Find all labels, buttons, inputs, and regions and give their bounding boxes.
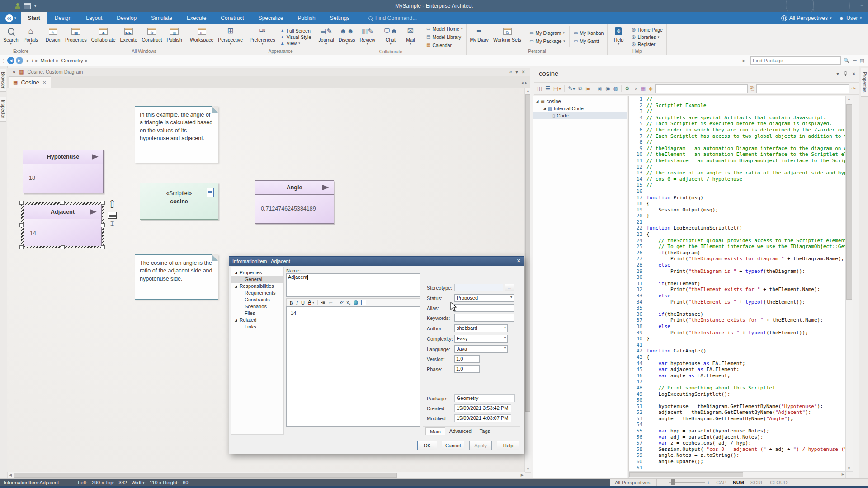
tab-construct[interactable]: Construct bbox=[213, 12, 251, 24]
quill-icon[interactable]: ✑ bbox=[850, 85, 857, 92]
design-window-button[interactable]: ✎ Design bbox=[43, 25, 63, 48]
user-menu[interactable]: ☻ User ▾ bbox=[839, 15, 862, 21]
chevrons-icon[interactable]: » bbox=[7, 69, 15, 75]
note-element-example[interactable]: In this example, the angle of a triangle… bbox=[135, 106, 218, 163]
keywords-input[interactable] bbox=[454, 314, 514, 322]
zoom-in-icon[interactable]: + bbox=[707, 480, 710, 485]
element-scriptlet-cosine[interactable]: «Scriptlet» cosine bbox=[140, 183, 218, 220]
find-command-box[interactable]: Find Command... bbox=[357, 12, 417, 24]
status-select[interactable]: Proposed bbox=[454, 294, 514, 302]
new-script-icon[interactable]: ▤▾ bbox=[552, 85, 562, 92]
preferences-button[interactable]: 🖳 Preferences ▾ bbox=[247, 25, 278, 48]
insert-element-icon[interactable]: ⌶ bbox=[110, 221, 114, 226]
mail-button[interactable]: ✉ Mail ▾ bbox=[401, 25, 420, 49]
note-element-cosine[interactable]: The cosine of an angle is the ratio of t… bbox=[135, 254, 218, 300]
register-button[interactable]: ⊛ Register bbox=[631, 41, 663, 47]
nav-files[interactable]: Files bbox=[231, 310, 283, 317]
tab-start[interactable]: Start bbox=[21, 12, 47, 24]
author-select[interactable]: shebbard bbox=[454, 324, 508, 332]
superscript-button[interactable]: x² bbox=[340, 300, 343, 305]
tab-advanced[interactable]: Advanced bbox=[445, 427, 476, 435]
workspace-button[interactable]: ⊞ Workspace bbox=[188, 25, 216, 48]
tab-properties[interactable]: Properties bbox=[861, 68, 868, 97]
script-search-input[interactable] bbox=[655, 84, 748, 93]
find-in-files-icon[interactable]: ◉ bbox=[604, 85, 611, 92]
close-icon[interactable]: ✕ bbox=[42, 80, 46, 85]
my-diagram-button[interactable]: ▭ My Diagram ▾ bbox=[529, 29, 565, 37]
step-icon[interactable]: ⇥ bbox=[632, 85, 638, 92]
canvas-horizontal-scrollbar[interactable]: ◀ ▶ bbox=[7, 472, 525, 479]
close-icon[interactable]: ✕ bbox=[852, 71, 856, 76]
scroll-tabs-right-icon[interactable]: ▸ bbox=[525, 80, 527, 85]
nav-general[interactable]: General bbox=[231, 276, 283, 283]
bullet-list-button[interactable]: •≡ bbox=[321, 300, 325, 305]
stereotype-browse-button[interactable]: ... bbox=[505, 284, 514, 291]
execute-window-button[interactable]: ▶▶ Execute bbox=[118, 25, 140, 48]
search-button[interactable]: Search ▾ bbox=[1, 25, 21, 48]
chat-button[interactable]: 🗩☻ Chat ▾ bbox=[381, 25, 401, 49]
zoom-slider[interactable]: − + bbox=[663, 480, 710, 485]
tab-publish[interactable]: Publish bbox=[290, 12, 322, 24]
quick-link-buttons[interactable]: ⇧ ⌶ bbox=[108, 199, 117, 226]
expand-triangle-icon[interactable]: ◢ bbox=[536, 99, 538, 103]
my-package-button[interactable]: ▭ My Package ▾ bbox=[529, 38, 565, 45]
alias-input[interactable] bbox=[454, 304, 514, 312]
tree-item-internal-code[interactable]: ◢ ▤ Internal Code bbox=[533, 105, 627, 112]
working-sets-button[interactable]: ⧉ Working Sets bbox=[491, 25, 524, 48]
copy-icon[interactable]: ⧉ bbox=[578, 85, 584, 92]
quicklink-arrow-icon[interactable]: ⇧ bbox=[108, 199, 117, 210]
grid-icon[interactable]: ▦ bbox=[640, 85, 646, 92]
numbered-list-button[interactable]: ≔ bbox=[328, 300, 333, 305]
search-icon[interactable]: 🔍 bbox=[844, 58, 850, 64]
pin-icon[interactable] bbox=[844, 71, 848, 76]
new-note-page-button[interactable] bbox=[361, 300, 366, 305]
window-layout-icon[interactable] bbox=[24, 3, 31, 9]
my-diary-button[interactable]: ✒ My Diary bbox=[467, 25, 491, 48]
expand-triangle-icon[interactable]: ◢ bbox=[543, 107, 546, 110]
list-view-icon[interactable]: ☰ bbox=[544, 85, 551, 92]
language-select[interactable]: Java bbox=[454, 345, 508, 353]
panel-options-icon[interactable]: ▤ bbox=[860, 58, 864, 64]
publish-window-button[interactable]: ▥ Publish bbox=[164, 25, 184, 48]
tab-cosine-diagram[interactable]: ▦ Cosine ✕ bbox=[9, 76, 51, 88]
element-angle[interactable]: Angle 0.7124746245384189 bbox=[255, 180, 334, 224]
notes-input[interactable]: 14 bbox=[286, 306, 420, 427]
libraries-button[interactable]: ⊛ Libraries ▾ bbox=[631, 34, 663, 40]
back-button[interactable]: ◀ bbox=[7, 57, 14, 64]
help-button[interactable]: ⊛ Help ▾ bbox=[609, 25, 628, 48]
forward-button[interactable]: ▶ bbox=[16, 57, 23, 64]
tab-layout[interactable]: Layout bbox=[79, 12, 109, 24]
review-button[interactable]: ▥✎ Review ▾ bbox=[358, 25, 377, 49]
code-editor[interactable]: 1//2// Scriptlet Example3//4// Scriptlet… bbox=[628, 96, 846, 472]
full-screen-button[interactable]: ▲ Full Screen bbox=[280, 28, 311, 33]
visual-style-button[interactable]: ▲ Visual Style bbox=[280, 34, 311, 40]
tab-browser[interactable]: Browser bbox=[0, 69, 6, 92]
tree-item-cosine[interactable]: ◢ ▦ cosine bbox=[533, 98, 627, 105]
ok-button[interactable]: OK bbox=[417, 441, 437, 450]
chevron-down-icon[interactable]: ▾ bbox=[34, 4, 36, 8]
code-horizontal-scrollbar[interactable]: ▶ bbox=[628, 471, 846, 478]
properties-window-button[interactable]: ▦ Properties bbox=[63, 25, 89, 48]
nav-constraints[interactable]: Constraints bbox=[231, 296, 283, 303]
apply-button[interactable]: Apply bbox=[469, 441, 492, 450]
group-view-icon[interactable]: ◫ bbox=[536, 85, 543, 92]
find-icon[interactable]: ◎ bbox=[596, 85, 603, 92]
stereotype-input[interactable] bbox=[454, 284, 503, 291]
nav-requirements[interactable]: Requirements bbox=[231, 290, 283, 296]
complexity-select[interactable]: Easy bbox=[454, 335, 508, 343]
status-perspective[interactable]: All Perspectives bbox=[615, 480, 650, 485]
collapse-left-icon[interactable]: « bbox=[509, 70, 512, 75]
script-filter-input[interactable] bbox=[756, 84, 849, 93]
canvas-vertical-scrollbar[interactable]: ▲ ▼ bbox=[524, 88, 531, 473]
my-gantt-button[interactable]: ▭ My Gantt bbox=[574, 38, 604, 45]
breadcrumb-model[interactable]: Model bbox=[40, 58, 54, 63]
tab-tags[interactable]: Tags bbox=[476, 427, 494, 435]
cancel-button[interactable]: Cancel bbox=[442, 441, 464, 450]
filter-icon[interactable]: ⎘ bbox=[749, 85, 755, 92]
portals-button[interactable]: ⌂ Portals ▾ bbox=[21, 25, 41, 48]
calendar-button[interactable]: ▦ Calendar bbox=[426, 42, 463, 49]
home-page-button[interactable]: ⊛ Home Page bbox=[631, 27, 663, 33]
nav-related[interactable]: ◢Related bbox=[231, 317, 283, 324]
run-script-icon[interactable]: ⚙ bbox=[624, 85, 631, 92]
tab-inspector[interactable]: Inspector bbox=[0, 97, 6, 122]
